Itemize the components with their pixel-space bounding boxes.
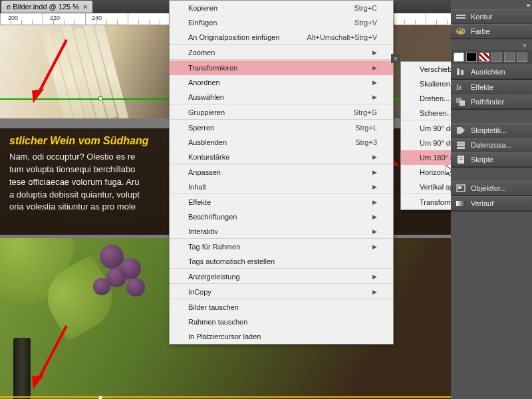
menu-shortcut: Strg+L bbox=[355, 124, 377, 132]
swatch-icon[interactable] bbox=[454, 53, 464, 62]
svg-rect-7 bbox=[456, 15, 466, 16]
menu-shortcut: Strg+3 bbox=[355, 138, 377, 146]
svg-rect-21 bbox=[457, 147, 465, 149]
context-menu-item[interactable]: Bilder tauschen bbox=[170, 300, 393, 315]
context-menu-item[interactable]: Anzeigeleistung▶ bbox=[170, 269, 393, 284]
svg-rect-27 bbox=[456, 201, 466, 206]
panel-stroke[interactable]: Kontur bbox=[451, 9, 532, 24]
panel-collapse[interactable]: ▸▸ bbox=[451, 0, 532, 9]
context-menu: KopierenStrg+CEinfügenStrg+VAn Originalp… bbox=[169, 0, 394, 344]
svg-rect-13 bbox=[457, 68, 460, 75]
context-menu-item[interactable]: Tags automatisch erstellen bbox=[170, 254, 393, 269]
menu-label: Ausblenden bbox=[188, 138, 227, 146]
menu-label: Anordnen bbox=[188, 78, 220, 86]
context-menu-item[interactable]: SperrenStrg+L bbox=[170, 120, 393, 135]
submenu-arrow-icon: ▶ bbox=[372, 243, 377, 250]
script-icon bbox=[455, 155, 467, 164]
menu-shortcut: Strg+G bbox=[354, 108, 377, 116]
menu-label: Sperren bbox=[188, 124, 214, 132]
menu-label: Inhalt bbox=[188, 183, 206, 191]
align-icon bbox=[455, 67, 467, 76]
gradient-icon bbox=[455, 199, 467, 208]
context-menu-item[interactable]: Transformieren▶ bbox=[170, 61, 393, 75]
submenu-arrow-icon: ▶ bbox=[372, 154, 377, 160]
panel-label: Objektfor... bbox=[471, 184, 506, 192]
context-menu-item[interactable]: GruppierenStrg+G bbox=[170, 105, 393, 120]
menu-label: Kopieren bbox=[188, 4, 217, 12]
context-menu-item[interactable]: In Platziercursor laden bbox=[170, 329, 393, 344]
submenu-arrow-icon: ▶ bbox=[372, 79, 377, 86]
context-menu-item[interactable]: Zoomen▶ bbox=[170, 45, 393, 60]
menu-label: Interaktiv bbox=[188, 227, 218, 235]
context-menu-item[interactable]: Konturstärke▶ bbox=[170, 150, 393, 164]
panel-gradient[interactable]: Verlauf bbox=[451, 196, 532, 211]
close-tab-icon[interactable]: × bbox=[83, 3, 87, 11]
submenu-arrow-icon: ▶ bbox=[372, 169, 377, 176]
panel-fx[interactable]: fxEffekte bbox=[451, 80, 532, 94]
submenu-arrow-icon: ▶ bbox=[372, 213, 377, 220]
submenu-arrow-icon: ▶ bbox=[372, 228, 377, 235]
menu-label: Anpassen bbox=[188, 168, 221, 176]
panel-label: Ausrichten bbox=[471, 68, 505, 76]
context-menu-item[interactable]: Anordnen▶ bbox=[170, 75, 393, 90]
panel-pathfinder[interactable]: Pathfinder bbox=[451, 94, 532, 109]
chevron-right-icon: ▸▸ bbox=[527, 2, 529, 8]
panel-objectformat[interactable]: Objektfor... bbox=[451, 181, 532, 196]
context-menu-item[interactable]: Interaktiv▶ bbox=[170, 224, 393, 239]
panel-label: Datenzusa... bbox=[471, 141, 512, 149]
context-menu-item[interactable]: Inhalt▶ bbox=[170, 180, 393, 194]
bottle-graphic bbox=[13, 338, 31, 399]
submenu-arrow-icon: ▶ bbox=[372, 94, 377, 100]
menu-label: An Originalposition einfügen bbox=[188, 33, 280, 41]
swatch-icon[interactable] bbox=[504, 53, 515, 62]
panel-label: Effekte bbox=[471, 83, 493, 91]
panel-script[interactable]: Skripte bbox=[451, 152, 532, 167]
panel-tag[interactable]: Skriptetik... bbox=[451, 123, 532, 138]
context-menu-item[interactable]: Rahmen tauschen bbox=[170, 315, 393, 329]
context-menu-item[interactable]: AusblendenStrg+3 bbox=[170, 135, 393, 150]
swatch-icon[interactable] bbox=[466, 53, 477, 62]
context-menu-item[interactable]: Effekte▶ bbox=[170, 195, 393, 209]
menu-label: Transformieren bbox=[188, 64, 237, 72]
context-menu-item[interactable]: Tag für Rahmen▶ bbox=[170, 239, 393, 254]
panel-data[interactable]: Datenzusa... bbox=[451, 138, 532, 152]
context-menu-item[interactable]: Auswählen▶ bbox=[170, 90, 393, 104]
selection-handle[interactable] bbox=[98, 396, 102, 399]
context-menu-item[interactable]: Beschriftungen▶ bbox=[170, 209, 393, 224]
panel-label: Skriptetik... bbox=[471, 126, 507, 134]
panel-align[interactable]: Ausrichten bbox=[451, 65, 532, 79]
swatch-icon[interactable] bbox=[479, 53, 489, 62]
submenu-arrow-icon: ▶ bbox=[372, 184, 377, 190]
panel-dock: ▸▸ KonturFarbe × Ausrichten fxEffektePat… bbox=[451, 0, 532, 399]
panel-label: Verlauf bbox=[471, 200, 493, 207]
menu-label: Drehen... bbox=[420, 94, 450, 102]
panel-palette[interactable]: Farbe bbox=[451, 24, 532, 39]
data-icon bbox=[455, 140, 467, 150]
context-menu-item[interactable]: Anpassen▶ bbox=[170, 165, 393, 180]
panel-label: Skripte bbox=[471, 156, 493, 164]
close-icon[interactable]: × bbox=[520, 41, 529, 50]
menu-label: Tag für Rahmen bbox=[188, 243, 240, 251]
context-menu-item[interactable]: InCopy▶ bbox=[170, 285, 393, 299]
document-tab[interactable]: e Bilder.indd @ 125 % × bbox=[1, 1, 92, 13]
menu-label: Beschriftungen bbox=[188, 213, 237, 221]
ruler-label: 200 bbox=[8, 15, 18, 21]
svg-rect-8 bbox=[456, 17, 466, 19]
menu-label: Auswählen bbox=[188, 93, 224, 101]
objectformat-icon bbox=[455, 184, 467, 193]
menu-label: Tags automatisch erstellen bbox=[188, 257, 275, 265]
svg-rect-26 bbox=[458, 186, 462, 189]
fx-icon: fx bbox=[455, 82, 467, 92]
panel-label: Kontur bbox=[471, 13, 492, 21]
submenu-arrow-icon: ▶ bbox=[372, 49, 377, 56]
context-menu-item[interactable]: EinfügenStrg+V bbox=[170, 15, 393, 30]
close-icon[interactable]: × bbox=[391, 54, 400, 63]
swatch-icon[interactable] bbox=[517, 53, 527, 62]
swatches-strip[interactable] bbox=[451, 50, 532, 65]
context-menu-item[interactable]: KopierenStrg+C bbox=[170, 1, 393, 15]
menu-label: Scheren... bbox=[420, 109, 453, 117]
ruler-label: 240 bbox=[92, 15, 102, 21]
context-menu-item[interactable]: An Originalposition einfügenAlt+Umschalt… bbox=[170, 30, 393, 45]
selection-handle[interactable] bbox=[98, 96, 102, 100]
swatch-icon[interactable] bbox=[491, 53, 502, 62]
